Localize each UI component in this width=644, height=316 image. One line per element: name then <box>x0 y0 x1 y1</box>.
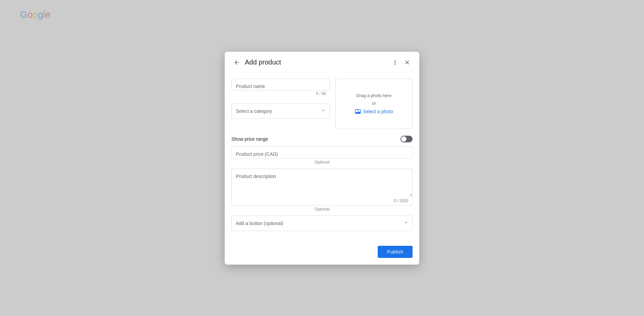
show-price-range-row: Show price range <box>231 134 413 146</box>
or-text: or <box>372 101 376 106</box>
drag-photo-text: Drag a photo here <box>357 93 392 98</box>
close-button[interactable] <box>402 57 413 68</box>
top-row: 0 / 58 Select a category <box>231 79 413 129</box>
photo-dropzone[interactable]: Drag a photo here or Select a photo <box>335 79 413 129</box>
add-button-select-wrapper[interactable]: Add a button (optional) <box>231 216 413 231</box>
description-optional-label: Optional <box>231 207 413 216</box>
product-description-field: 0 / 1000 Optional <box>231 169 413 216</box>
more-options-button[interactable] <box>390 57 400 68</box>
product-price-field: Optional <box>231 146 413 169</box>
back-button[interactable] <box>231 57 242 68</box>
category-select-wrapper[interactable]: Select a category <box>231 103 330 119</box>
dialog-body: 0 / 58 Select a category <box>225 73 419 242</box>
add-product-dialog: Add product <box>225 52 419 265</box>
product-description-wrapper: 0 / 1000 <box>231 169 413 206</box>
product-description-textarea[interactable] <box>232 169 412 196</box>
select-photo-button[interactable]: Select a photo <box>355 108 393 115</box>
show-price-range-label: Show price range <box>231 136 268 142</box>
category-select[interactable]: Select a category <box>236 108 326 114</box>
price-optional-label: Optional <box>231 160 413 169</box>
show-price-range-toggle[interactable] <box>400 136 413 142</box>
select-photo-label: Select a photo <box>363 109 393 114</box>
publish-button[interactable]: Publish <box>378 246 413 258</box>
toggle-knob <box>401 136 407 142</box>
dialog-footer: Publish <box>225 242 419 265</box>
add-button-select[interactable]: Add a button (optional) <box>236 221 408 226</box>
product-name-input[interactable] <box>232 79 330 90</box>
dialog-header: Add product <box>225 52 419 73</box>
product-price-wrapper <box>231 146 413 159</box>
product-name-wrapper <box>231 79 330 91</box>
product-price-input[interactable] <box>232 147 412 158</box>
description-counter: 0 / 1000 <box>232 198 412 205</box>
product-name-counter: 0 / 58 <box>231 91 330 98</box>
modal-backdrop: Add product <box>0 0 644 316</box>
product-name-field: 0 / 58 <box>231 79 330 98</box>
form-left-column: 0 / 58 Select a category <box>231 79 330 129</box>
dialog-title: Add product <box>245 58 390 66</box>
photo-upload-area: Drag a photo here or Select a photo <box>335 79 413 129</box>
